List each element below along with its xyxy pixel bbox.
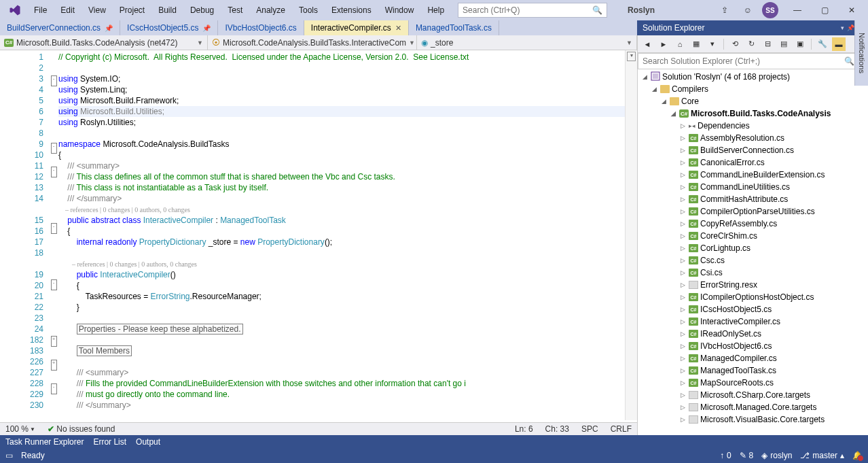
expand-toggle[interactable]: ▷ — [679, 281, 687, 288]
tree-item[interactable]: ◢C#Microsoft.Build.Tasks.CodeAnalysis — [638, 107, 868, 120]
tree-item[interactable]: ▷C#ICompilerOptionsHostObject.cs — [638, 291, 868, 303]
zoom-combo[interactable]: 100 % ▼ — [5, 424, 35, 434]
tree-item[interactable]: ▷C#CommandLineBuilderExtension.cs — [638, 169, 868, 181]
code-content[interactable]: // Copyright (c) Microsoft. All Rights R… — [58, 50, 625, 420]
show-all-files-button[interactable]: ▤ — [777, 37, 791, 51]
indent-indicator[interactable]: SPC — [581, 424, 598, 434]
forward-button[interactable]: ► — [657, 37, 670, 51]
home-button[interactable]: ⌂ — [673, 37, 687, 51]
fold-toggle[interactable]: - — [51, 75, 57, 86]
publish-status[interactable]: ↑ 0 — [720, 451, 731, 460]
quick-search[interactable]: 🔍 — [458, 3, 607, 18]
expand-toggle[interactable]: ▷ — [679, 294, 687, 301]
tree-item[interactable]: ▷C#Csc.cs — [638, 254, 868, 267]
tree-item[interactable]: ▷Microsoft.Managed.Core.targets — [638, 401, 868, 413]
expand-toggle[interactable]: ▷ — [679, 367, 687, 374]
pin-icon[interactable]: 📌 — [202, 24, 211, 32]
repo-status[interactable]: ◈ roslyn — [761, 451, 792, 460]
menu-help[interactable]: Help — [420, 3, 451, 18]
tree-item[interactable]: ▷C#ManagedCompiler.cs — [638, 352, 868, 364]
expand-toggle[interactable]: ▷ — [679, 257, 687, 264]
notifications-tab[interactable]: Notifications — [854, 20, 868, 86]
preview-button[interactable]: ▣ — [793, 37, 807, 51]
tool-tab[interactable]: Task Runner Explorer — [5, 437, 84, 447]
tree-item[interactable]: ▷C#CopyRefAssembly.cs — [638, 218, 868, 230]
filter-dropdown[interactable]: ▾ — [706, 37, 719, 51]
expand-toggle[interactable]: ▷ — [679, 392, 687, 398]
menu-file[interactable]: File — [27, 3, 54, 18]
collapse-all-button[interactable]: ⊟ — [761, 37, 774, 51]
maximize-button[interactable]: ▢ — [811, 0, 838, 20]
tree-item[interactable]: ▷C#IVbcHostObject6.cs — [638, 340, 868, 352]
notifications-button[interactable]: 🔔 — [852, 451, 863, 460]
panel-dropdown-icon[interactable]: ▾ — [841, 24, 844, 31]
nav-member-combo[interactable]: ◉ _store ▼ — [417, 35, 637, 50]
expand-toggle[interactable]: ▷ — [679, 416, 687, 423]
menu-analyze[interactable]: Analyze — [249, 3, 292, 18]
tree-item[interactable]: ▷C#CanonicalError.cs — [638, 156, 868, 169]
expand-toggle[interactable]: ▷ — [679, 343, 687, 349]
expand-toggle[interactable]: ▷ — [679, 269, 687, 276]
line-indicator[interactable]: Ln: 6 — [515, 424, 533, 434]
expand-toggle[interactable]: ▷ — [679, 245, 687, 252]
expand-toggle[interactable]: ▷ — [679, 404, 687, 411]
close-button[interactable]: ✕ — [838, 0, 865, 20]
tool-tab[interactable]: Error List — [93, 437, 126, 447]
expand-toggle[interactable]: ◢ — [640, 73, 649, 80]
tree-item[interactable]: ▷C#CommitHashAttribute.cs — [638, 193, 868, 205]
menu-tools[interactable]: Tools — [292, 3, 325, 18]
pin-icon[interactable]: 📌 — [847, 24, 854, 31]
back-button[interactable]: ◄ — [640, 37, 654, 51]
eol-indicator[interactable]: CRLF — [611, 424, 632, 434]
preview-selected-button[interactable]: ▬ — [832, 37, 846, 51]
close-icon[interactable]: ✕ — [395, 24, 401, 33]
tree-item[interactable]: ▷C#CompilerOptionParseUtilities.cs — [638, 205, 868, 218]
properties-button[interactable]: 🔧 — [816, 37, 829, 51]
expand-toggle[interactable]: ▷ — [679, 184, 687, 190]
document-tab[interactable]: BuildServerConnection.cs📌 — [0, 20, 120, 35]
col-indicator[interactable]: Ch: 33 — [545, 424, 569, 434]
tree-item[interactable]: ◢Compilers — [638, 83, 868, 95]
expand-toggle[interactable]: ▷ — [679, 159, 687, 166]
live-share-icon[interactable]: ⇪ — [716, 1, 734, 19]
tree-item[interactable]: ▷C#IReadOnlySet.cs — [638, 328, 868, 340]
expand-toggle[interactable]: ▷ — [679, 306, 687, 313]
tree-item[interactable]: ▷C#MapSourceRoots.cs — [638, 377, 868, 389]
minimize-button[interactable]: ― — [784, 0, 811, 20]
overview-ruler[interactable]: ▾ — [625, 50, 637, 420]
pin-icon[interactable]: 📌 — [105, 24, 113, 32]
expand-toggle[interactable]: ▷ — [679, 171, 687, 178]
tree-item[interactable]: ▷▸◂Dependencies — [638, 120, 868, 132]
fold-gutter[interactable]: -----++- — [49, 50, 58, 420]
menu-test[interactable]: Test — [221, 3, 249, 18]
document-tab[interactable]: InteractiveCompiler.cs✕ — [304, 20, 409, 35]
expand-toggle[interactable]: ◢ — [669, 110, 677, 117]
solution-search-input[interactable] — [643, 56, 844, 66]
window-layout-icon[interactable]: ▭ — [5, 451, 13, 460]
tree-item[interactable]: ◢Core — [638, 95, 868, 107]
refresh-button[interactable]: ↻ — [744, 37, 758, 51]
menu-view[interactable]: View — [82, 3, 113, 18]
solution-search[interactable]: 🔍 ▼ — [638, 53, 868, 69]
solution-tree[interactable]: ◢Solution 'Roslyn' (4 of 168 projects)◢C… — [638, 69, 868, 435]
feedback-icon[interactable]: ☺ — [739, 1, 757, 19]
expand-toggle[interactable]: ◢ — [659, 98, 668, 105]
expand-toggle[interactable]: ◢ — [650, 86, 658, 92]
expand-toggle[interactable]: ▷ — [679, 330, 687, 337]
tree-item[interactable]: ▷Microsoft.VisualBasic.Core.targets — [638, 413, 868, 426]
document-tab[interactable]: ICscHostObject5.cs📌 — [120, 20, 218, 35]
menu-project[interactable]: Project — [113, 3, 151, 18]
document-tab[interactable]: ManagedToolTask.cs — [409, 20, 499, 35]
menu-extensions[interactable]: Extensions — [325, 3, 378, 18]
tree-item[interactable]: ▷C#Csi.cs — [638, 267, 868, 279]
nav-project-combo[interactable]: C# Microsoft.Build.Tasks.CodeAnalysis (n… — [0, 35, 208, 50]
fold-toggle[interactable]: - — [51, 167, 57, 177]
avatar[interactable]: SS — [762, 2, 778, 18]
tree-item[interactable]: ▷C#AssemblyResolution.cs — [638, 132, 868, 144]
expand-toggle[interactable]: ▷ — [679, 147, 687, 154]
expand-toggle[interactable]: ▷ — [679, 318, 687, 325]
menu-build[interactable]: Build — [151, 3, 183, 18]
expand-toggle[interactable]: ▷ — [679, 379, 687, 386]
tool-tab[interactable]: Output — [136, 437, 160, 447]
expand-toggle[interactable]: ▷ — [679, 196, 687, 203]
